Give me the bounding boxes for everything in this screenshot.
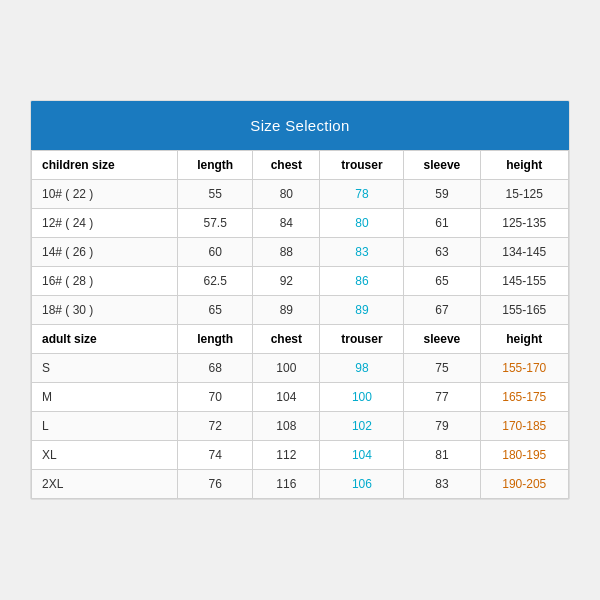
chest-cell: 116 [253, 470, 320, 499]
size-cell: XL [32, 441, 178, 470]
chest-cell: 100 [253, 354, 320, 383]
chest-cell: 108 [253, 412, 320, 441]
height-cell: 190-205 [480, 470, 568, 499]
sleeve-cell: 65 [404, 267, 480, 296]
size-cell: M [32, 383, 178, 412]
chest-cell: 112 [253, 441, 320, 470]
size-cell: L [32, 412, 178, 441]
length-cell: 65 [178, 296, 253, 325]
trouser-cell: 100 [320, 383, 404, 412]
length-cell: 70 [178, 383, 253, 412]
size-cell: S [32, 354, 178, 383]
sleeve-cell: 67 [404, 296, 480, 325]
size-selection-card: Size Selection children size length ches… [30, 100, 570, 500]
children-sleeve-label: sleeve [404, 151, 480, 180]
sleeve-cell: 79 [404, 412, 480, 441]
sleeve-cell: 63 [404, 238, 480, 267]
trouser-cell: 78 [320, 180, 404, 209]
size-cell: 18# ( 30 ) [32, 296, 178, 325]
adult-chest-label: chest [253, 325, 320, 354]
children-length-label: length [178, 151, 253, 180]
height-cell: 155-170 [480, 354, 568, 383]
chest-cell: 104 [253, 383, 320, 412]
children-size-label: children size [32, 151, 178, 180]
table-row: 2XL 76 116 106 83 190-205 [32, 470, 569, 499]
trouser-cell: 80 [320, 209, 404, 238]
table-row: 10# ( 22 ) 55 80 78 59 15-125 [32, 180, 569, 209]
adult-height-label: height [480, 325, 568, 354]
sleeve-cell: 77 [404, 383, 480, 412]
height-cell: 170-185 [480, 412, 568, 441]
sleeve-cell: 83 [404, 470, 480, 499]
height-cell: 155-165 [480, 296, 568, 325]
sleeve-cell: 81 [404, 441, 480, 470]
size-cell: 12# ( 24 ) [32, 209, 178, 238]
height-cell: 180-195 [480, 441, 568, 470]
table-row: L 72 108 102 79 170-185 [32, 412, 569, 441]
children-trouser-label: trouser [320, 151, 404, 180]
children-header-row: children size length chest trouser sleev… [32, 151, 569, 180]
chest-cell: 80 [253, 180, 320, 209]
trouser-cell: 102 [320, 412, 404, 441]
length-cell: 57.5 [178, 209, 253, 238]
sleeve-cell: 75 [404, 354, 480, 383]
table-row: S 68 100 98 75 155-170 [32, 354, 569, 383]
trouser-cell: 104 [320, 441, 404, 470]
length-cell: 60 [178, 238, 253, 267]
table-row: 12# ( 24 ) 57.5 84 80 61 125-135 [32, 209, 569, 238]
size-cell: 16# ( 28 ) [32, 267, 178, 296]
trouser-cell: 89 [320, 296, 404, 325]
size-cell: 2XL [32, 470, 178, 499]
children-chest-label: chest [253, 151, 320, 180]
children-height-label: height [480, 151, 568, 180]
chest-cell: 89 [253, 296, 320, 325]
table-row: 14# ( 26 ) 60 88 83 63 134-145 [32, 238, 569, 267]
chest-cell: 88 [253, 238, 320, 267]
height-cell: 125-135 [480, 209, 568, 238]
trouser-cell: 106 [320, 470, 404, 499]
card-header: Size Selection [31, 101, 569, 150]
size-table: children size length chest trouser sleev… [31, 150, 569, 499]
length-cell: 68 [178, 354, 253, 383]
length-cell: 62.5 [178, 267, 253, 296]
table-row: XL 74 112 104 81 180-195 [32, 441, 569, 470]
trouser-cell: 86 [320, 267, 404, 296]
height-cell: 145-155 [480, 267, 568, 296]
sleeve-cell: 59 [404, 180, 480, 209]
length-cell: 76 [178, 470, 253, 499]
header-title: Size Selection [250, 117, 349, 134]
table-row: 16# ( 28 ) 62.5 92 86 65 145-155 [32, 267, 569, 296]
adult-trouser-label: trouser [320, 325, 404, 354]
length-cell: 55 [178, 180, 253, 209]
adult-length-label: length [178, 325, 253, 354]
adult-size-label: adult size [32, 325, 178, 354]
adult-sleeve-label: sleeve [404, 325, 480, 354]
table-row: 18# ( 30 ) 65 89 89 67 155-165 [32, 296, 569, 325]
trouser-cell: 83 [320, 238, 404, 267]
chest-cell: 92 [253, 267, 320, 296]
chest-cell: 84 [253, 209, 320, 238]
size-cell: 10# ( 22 ) [32, 180, 178, 209]
size-cell: 14# ( 26 ) [32, 238, 178, 267]
length-cell: 74 [178, 441, 253, 470]
height-cell: 15-125 [480, 180, 568, 209]
table-row: M 70 104 100 77 165-175 [32, 383, 569, 412]
trouser-cell: 98 [320, 354, 404, 383]
length-cell: 72 [178, 412, 253, 441]
sleeve-cell: 61 [404, 209, 480, 238]
height-cell: 134-145 [480, 238, 568, 267]
height-cell: 165-175 [480, 383, 568, 412]
adult-header-row: adult size length chest trouser sleeve h… [32, 325, 569, 354]
